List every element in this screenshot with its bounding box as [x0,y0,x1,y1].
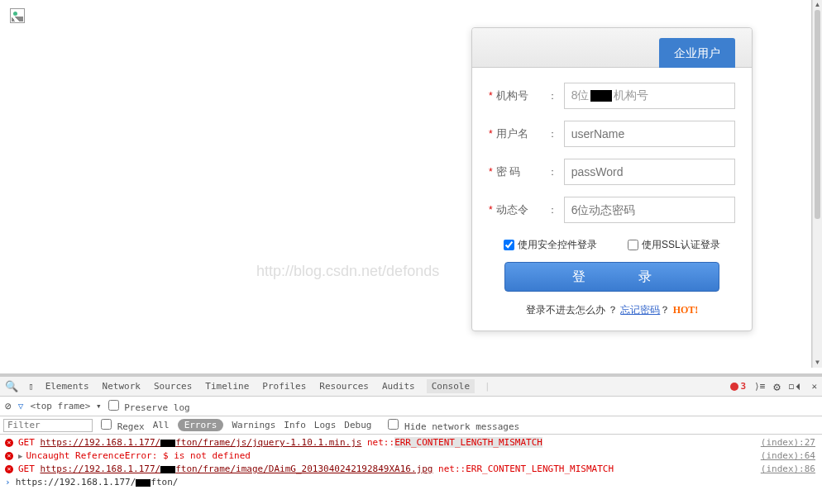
toggle-drawer-icon[interactable]: ⟩≡ [754,381,765,392]
tab-network[interactable]: Network [101,381,142,392]
regex-checkbox[interactable]: Regex [101,419,145,432]
clear-console-icon[interactable]: ⊘ [5,400,12,412]
devtools-tabbar: 🔍 ▯ Elements Network Sources Timeline Pr… [0,377,822,397]
scrollbar-thumb[interactable] [815,10,820,219]
console-prompt-row[interactable]: › https://192.168.1.177/fton/ [0,476,822,489]
error-icon: ✕ [5,439,13,447]
login-panel: 企业用户 * 机构号 ： 8位 机构号 * 用户名 ： * 密 [471,27,753,331]
tab-audits[interactable]: Audits [380,381,417,392]
login-header: 企业用户 [472,28,752,68]
filter-input[interactable] [3,419,93,432]
label-dyn: 动态令 [496,202,546,217]
console-output: ✕ GET https://192.168.1.177/fton/frame/j… [0,435,822,491]
error-icon: ✕ [5,465,13,473]
console-row-error[interactable]: ✕ ▶ Uncaught ReferenceError: $ is not de… [0,449,822,463]
login-button[interactable]: 登 录 [504,262,719,292]
filter-icon[interactable]: ▽ [18,401,24,411]
watermark-text: http://blog.csdn.net/defonds [256,263,439,280]
level-errors[interactable]: Errors [178,419,224,431]
scroll-up-arrow[interactable]: ▲ [813,0,822,10]
close-devtools-icon[interactable]: ✕ [811,381,817,392]
username-input[interactable] [564,121,735,147]
tab-resources[interactable]: Resources [318,381,370,392]
checkbox-secure-control[interactable]: 使用安全控件登录 [504,238,597,252]
source-link[interactable]: (index):64 [761,449,815,463]
dynamic-code-input[interactable] [564,197,735,223]
scroll-down-arrow[interactable]: ▼ [813,358,822,368]
expand-arrow-icon[interactable]: ▶ [18,449,22,463]
redacted-text [160,466,175,473]
console-context-bar: ⊘ ▽ <top frame> ▾ Preserve log [0,397,822,416]
device-icon[interactable]: ▯ [28,381,34,392]
error-count-badge[interactable]: 3 [730,381,746,392]
redacted-text [160,440,175,447]
source-link[interactable]: (index):86 [761,463,815,476]
devtools-panel: 🔍 ▯ Elements Network Sources Timeline Pr… [0,373,822,504]
help-line: 登录不进去怎么办 ？ 忘记密码？ HOT! [489,303,735,317]
preserve-log-checkbox[interactable]: Preserve log [108,400,190,413]
label-pass: 密 码 [496,164,546,179]
org-input[interactable]: 8位 机构号 [564,83,735,109]
tab-profiles[interactable]: Profiles [260,381,308,392]
error-icon: ✕ [5,452,13,460]
search-icon[interactable]: 🔍 [5,380,18,392]
settings-icon[interactable]: ⚙ [773,380,780,393]
redacted-text [590,90,612,102]
tab-enterprise-user[interactable]: 企业用户 [659,38,735,68]
level-warnings[interactable]: Warnings [232,420,275,430]
page-content: http://blog.csdn.net/defonds 企业用户 * 机构号 … [0,0,812,368]
level-all[interactable]: All [153,420,170,430]
label-user: 用户名 [496,126,546,141]
label-org: 机构号 [496,88,546,103]
tab-elements[interactable]: Elements [44,381,91,392]
source-link[interactable]: (index):27 [761,436,815,449]
broken-image-icon [10,8,25,23]
tab-sources[interactable]: Sources [152,381,194,392]
console-filter-bar: Regex All Errors Warnings Info Logs Debu… [0,416,822,435]
level-logs[interactable]: Logs [314,420,337,430]
level-info[interactable]: Info [284,420,306,430]
tab-console[interactable]: Console [427,379,475,393]
forgot-password-link[interactable]: 忘记密码 [620,304,660,316]
password-input[interactable] [564,159,735,185]
dock-icon[interactable]: ◻⏴ [789,381,804,392]
console-row-error[interactable]: ✕ GET https://192.168.1.177/fton/frame/i… [0,463,822,476]
vertical-scrollbar[interactable]: ▲ ▼ [812,0,822,368]
frame-selector[interactable]: <top frame> ▾ [30,401,101,411]
prompt-icon: › [5,476,11,489]
hot-badge: HOT! [673,304,699,316]
checkbox-ssl[interactable]: 使用SSL认证登录 [628,238,720,252]
redacted-text [136,479,151,487]
tab-timeline[interactable]: Timeline [203,381,251,392]
hide-network-checkbox[interactable]: Hide network messages [388,419,519,432]
console-row-error[interactable]: ✕ GET https://192.168.1.177/fton/frame/j… [0,436,822,449]
required-mark: * [489,90,493,102]
level-debug[interactable]: Debug [344,420,371,430]
